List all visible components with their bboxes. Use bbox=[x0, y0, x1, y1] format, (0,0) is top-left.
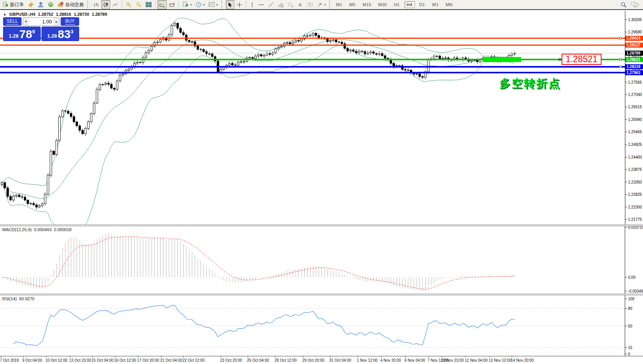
timeframe-d1[interactable]: D1 bbox=[417, 1, 428, 8]
time-axis-label: 21 Oct 04:00 bbox=[160, 358, 182, 362]
price-axis-tick-label: 1.22300 bbox=[628, 205, 642, 209]
timeframe-m30[interactable]: M30 bbox=[376, 1, 389, 8]
timeframe-m15[interactable]: M15 bbox=[360, 1, 374, 8]
price-chart-canvas[interactable]: 1.302051.296801.286151.280901.275651.270… bbox=[0, 11, 643, 225]
toolbar-separator bbox=[122, 1, 122, 8]
rsi-panel[interactable]: 1008050150 RSI(14)60.9270 bbox=[0, 295, 643, 356]
horizontal-line-tool-button[interactable] bbox=[257, 0, 266, 9]
flip-point-annotation[interactable]: 多空转折点 bbox=[499, 76, 561, 91]
signals-button[interactable] bbox=[46, 0, 55, 9]
equidistant-channel-tool-button[interactable]: E bbox=[276, 0, 285, 9]
rsi-label: RSI(14)60.9270 bbox=[2, 296, 37, 301]
candle bbox=[344, 41, 346, 50]
time-axis-tick bbox=[489, 356, 490, 357]
macd-histogram bbox=[2, 234, 515, 291]
buy-button[interactable]: BUY bbox=[61, 17, 79, 26]
candle bbox=[27, 199, 29, 206]
candle bbox=[99, 83, 101, 92]
main-chart-panel[interactable]: 1.302051.296801.286151.280901.275651.270… bbox=[0, 11, 643, 225]
macd-canvas[interactable]: 0.0107190.00-0.003492 bbox=[0, 226, 643, 294]
candle bbox=[182, 30, 184, 36]
rsi-axis-tick-label: 80 bbox=[628, 306, 633, 311]
candle bbox=[145, 51, 147, 59]
svg-text:F: F bbox=[292, 5, 293, 8]
candle bbox=[53, 150, 55, 156]
auto-scroll-button[interactable] bbox=[157, 0, 167, 9]
open-value: 1.28752 bbox=[38, 12, 53, 17]
rsi-canvas[interactable]: 1008050150 bbox=[0, 295, 643, 356]
price-tag-label: 1.29127 bbox=[626, 43, 641, 47]
text-tool-button[interactable]: A bbox=[296, 0, 305, 9]
price-annotation-box[interactable]: 1.28521 bbox=[562, 54, 602, 65]
zoom-out-button[interactable] bbox=[134, 0, 143, 9]
time-axis-label: 22 Oct 12:00 bbox=[182, 358, 204, 362]
toolbar: 新订单 自动交易 bbox=[0, 0, 643, 10]
sell-button[interactable]: SELL bbox=[3, 17, 22, 26]
zoom-in-button[interactable] bbox=[124, 0, 133, 9]
templates-button[interactable]: ▾ bbox=[207, 0, 219, 9]
timeframe-h4[interactable]: H4 bbox=[404, 1, 415, 8]
candle bbox=[260, 53, 262, 57]
search-icon[interactable] bbox=[620, 2, 627, 8]
volume-increase-button[interactable]: ▲ bbox=[53, 18, 59, 25]
candle bbox=[119, 73, 121, 83]
time-axis-label: 13 Oct 23:00 bbox=[69, 358, 91, 362]
trendline-icon bbox=[268, 2, 274, 8]
shapes-tool-button[interactable]: ▾ bbox=[315, 0, 327, 9]
volume-stepper: ▼ ▲ bbox=[23, 17, 60, 26]
timeframe-m1[interactable]: M1 bbox=[334, 1, 345, 8]
template-icon bbox=[209, 2, 215, 8]
macd-panel[interactable]: 0.0107190.00-0.003492 MACD(12,26,9)0.000… bbox=[0, 226, 643, 294]
text-label-tool-button[interactable]: T bbox=[305, 0, 315, 9]
time-axis-label: 29 Oct 20:00 bbox=[302, 358, 324, 362]
timeframe-w1[interactable]: W1 bbox=[430, 1, 441, 8]
candle bbox=[191, 40, 193, 44]
candle bbox=[157, 40, 159, 45]
time-axis[interactable]: 7 Oct 20199 Oct 04:0010 Oct 12:0013 Oct … bbox=[0, 356, 643, 364]
crosshair-tool-button[interactable] bbox=[235, 0, 244, 9]
time-axis-tick bbox=[248, 356, 248, 357]
toolbar-drag-handle bbox=[87, 1, 90, 8]
candle bbox=[338, 41, 340, 43]
history-center-button[interactable] bbox=[26, 0, 35, 9]
cursor-tool-button[interactable] bbox=[226, 0, 234, 9]
new-order-button[interactable]: 新订单 bbox=[1, 0, 25, 9]
candle bbox=[18, 193, 20, 198]
time-axis-tick bbox=[428, 356, 429, 357]
tile-windows-button[interactable] bbox=[144, 0, 153, 9]
trendline-tool-button[interactable] bbox=[267, 0, 275, 9]
chart-shift-button[interactable] bbox=[167, 0, 177, 9]
profile-button[interactable] bbox=[36, 0, 45, 9]
candle bbox=[90, 113, 92, 124]
chat-icon[interactable] bbox=[631, 2, 639, 8]
candle bbox=[298, 39, 300, 43]
time-axis-tick bbox=[183, 356, 184, 357]
indicators-button[interactable]: ▾ bbox=[181, 0, 193, 9]
vertical-line-tool-button[interactable] bbox=[248, 0, 256, 9]
collapse-triangle-icon[interactable]: ▲ bbox=[3, 12, 7, 16]
time-axis-tick bbox=[358, 356, 358, 357]
buy-price-display[interactable]: 1.28 83 3 bbox=[41, 26, 79, 41]
candle bbox=[168, 33, 170, 41]
periods-button[interactable]: ▾ bbox=[194, 0, 206, 9]
auto-trading-button[interactable]: 自动交易 bbox=[56, 0, 85, 9]
time-axis-tick bbox=[92, 356, 93, 357]
candle bbox=[65, 110, 66, 113]
timeframe-mn[interactable]: MN bbox=[443, 1, 455, 8]
price-axis-tick-label: 1.25990 bbox=[628, 117, 642, 122]
one-click-trading-panel: SELL ▼ ▲ BUY 1.28 78 9 1.28 bbox=[3, 17, 79, 41]
rsi-axis-tick-label: 0 bbox=[628, 352, 630, 356]
timeframe-h1[interactable]: H1 bbox=[391, 1, 402, 8]
line-chart-mode-button[interactable] bbox=[111, 0, 120, 9]
timeframe-m5[interactable]: M5 bbox=[347, 1, 358, 8]
bar-chart-mode-button[interactable] bbox=[92, 0, 101, 9]
candlestick-mode-button[interactable] bbox=[101, 0, 110, 9]
auto-scroll-icon bbox=[159, 2, 165, 8]
volume-decrease-button[interactable]: ▼ bbox=[23, 18, 29, 25]
fibonacci-tool-button[interactable]: F bbox=[286, 0, 295, 9]
candle bbox=[307, 34, 308, 38]
candle bbox=[330, 39, 331, 43]
volume-input[interactable] bbox=[29, 18, 53, 25]
clock-icon bbox=[196, 2, 202, 8]
sell-price-display[interactable]: 1.28 78 9 bbox=[3, 26, 41, 41]
